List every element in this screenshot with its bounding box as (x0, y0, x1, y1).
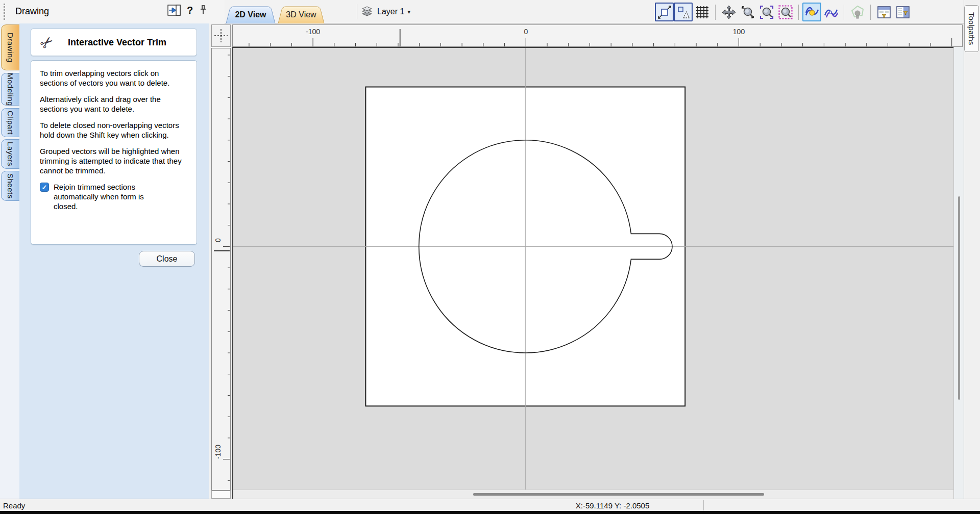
canvas-graphics (233, 48, 953, 499)
toolbar-separator (798, 5, 799, 20)
vertical-ruler-ticks (212, 48, 230, 490)
magnify-drawing-icon[interactable] (776, 3, 795, 21)
sidebar-tab-drawing[interactable]: Drawing (1, 24, 19, 70)
sidebar-tab-drawing-label: Drawing (6, 33, 15, 63)
toolpaths-tab-label: Toolpaths (967, 12, 976, 45)
toolpaths-panel-strip (964, 0, 980, 499)
status-bar: Ready X:-59.1149 Y: -2.0505 (0, 499, 980, 511)
h-ruler-label: 0 (524, 28, 528, 36)
sidebar-tab-layers-label: Layers (6, 142, 15, 166)
zoom-box-icon[interactable] (655, 3, 674, 21)
sidebar-tab-modeling[interactable]: Modeling (1, 73, 19, 106)
tile-windows-vertical-icon[interactable] (893, 3, 912, 21)
panel-drag-grip[interactable] (4, 4, 5, 20)
help-icon[interactable]: ? (187, 5, 193, 16)
bottom-edge-bar (0, 511, 980, 514)
tool-title-box: ✂ Interactive Vector Trim (31, 29, 197, 56)
snapping-toggle-icon[interactable] (802, 3, 821, 21)
drawing-tool-panel: ✂ Interactive Vector Trim To trim overla… (19, 23, 209, 499)
application-window: 2D View 3D View Layer 1 ▾ (0, 0, 980, 514)
chevron-down-icon: ▾ (407, 9, 410, 15)
vertical-scrollbar-thumb[interactable] (958, 196, 960, 400)
toolbar-separator (870, 5, 871, 20)
pin-icon[interactable] (199, 5, 207, 16)
smart-snapping-icon[interactable] (821, 3, 840, 21)
horizontal-scrollbar-thumb[interactable] (473, 493, 764, 496)
vertical-scrollbar[interactable] (953, 47, 964, 499)
side-panel-title: Drawing (15, 6, 49, 17)
top-toolbar: 2D View 3D View Layer 1 ▾ (225, 0, 980, 23)
ruler-origin-box (211, 24, 231, 47)
tool-title: Interactive Vector Trim (53, 37, 181, 48)
sidebar-tab-clipart[interactable]: Clipart (1, 108, 19, 137)
zoom-selected-icon[interactable] (674, 3, 693, 21)
status-separator (703, 500, 704, 510)
tab-2d-view[interactable]: 2D View (225, 6, 276, 23)
rejoin-checkbox[interactable]: ✓ (40, 183, 49, 192)
tab-2d-view-label: 2D View (225, 6, 276, 23)
view-toolbar (655, 3, 912, 21)
tile-windows-horizontal-icon[interactable] (874, 3, 893, 21)
horizontal-scrollbar[interactable] (233, 490, 953, 499)
instruction-paragraph: To trim overlapping vectors click on sec… (40, 68, 184, 88)
side-panel-header: Drawing ? (0, 0, 225, 23)
vertical-ruler: 0 -100 (211, 48, 231, 491)
horizontal-ruler: -100 0 100 (232, 24, 963, 47)
rejoin-checkbox-label[interactable]: Rejoin trimmed sections automatically wh… (54, 182, 162, 211)
ruler-bottom-corner (211, 491, 231, 499)
magnify-interactive-icon[interactable] (738, 3, 757, 21)
tool-instructions-box: To trim overlapping vectors click on sec… (31, 60, 197, 245)
sidebar-tab-clipart-label: Clipart (6, 111, 15, 135)
sidebar-tab-strip: Drawing Modeling Clipart Layers Sheets (0, 23, 19, 499)
magnify-selection-icon[interactable] (757, 3, 776, 21)
rotate-3d-view-icon[interactable] (848, 3, 867, 21)
v-ruler-label: 0 (214, 235, 222, 246)
sidebar-tab-layers[interactable]: Layers (1, 139, 19, 169)
layer-selector[interactable]: Layer 1 ▾ (353, 3, 410, 20)
dock-panel-icon[interactable] (167, 4, 181, 16)
toolbar-separator (357, 4, 357, 19)
drawing-canvas-2d[interactable] (232, 47, 953, 499)
h-ruler-label: -100 (306, 28, 320, 36)
layer-selector-label: Layer 1 (377, 7, 404, 16)
layers-stack-icon (361, 6, 373, 17)
close-button[interactable]: Close (139, 251, 195, 267)
sidebar-tab-modeling-label: Modeling (6, 73, 15, 106)
instruction-paragraph: Alternatively click and drag over the se… (40, 94, 184, 114)
h-ruler-label: 100 (733, 28, 745, 36)
status-ready-text: Ready (3, 501, 25, 510)
cursor-coordinates: X:-59.1149 Y: -2.0505 (536, 501, 689, 510)
instruction-paragraph: To delete closed non-overlapping vectors… (40, 120, 184, 140)
toolbar-separator (715, 5, 716, 20)
toolpaths-tab[interactable]: Toolpaths (964, 5, 979, 52)
horizontal-ruler-ticks (233, 25, 962, 46)
instruction-paragraph: Grouped vectors will be highlighted when… (40, 146, 184, 175)
scissors-icon: ✂ (36, 32, 58, 54)
origin-crosshair-icon (212, 25, 230, 46)
tab-3d-view[interactable]: 3D View (277, 6, 325, 23)
toolbar-separator (844, 5, 844, 20)
v-ruler-label: -100 (214, 448, 222, 459)
grid-toggle-icon[interactable] (693, 3, 712, 21)
sidebar-tab-sheets[interactable]: Sheets (1, 171, 19, 201)
sidebar-tab-sheets-label: Sheets (6, 173, 15, 199)
pan-view-icon[interactable] (719, 3, 738, 21)
tab-3d-view-label: 3D View (277, 6, 325, 23)
